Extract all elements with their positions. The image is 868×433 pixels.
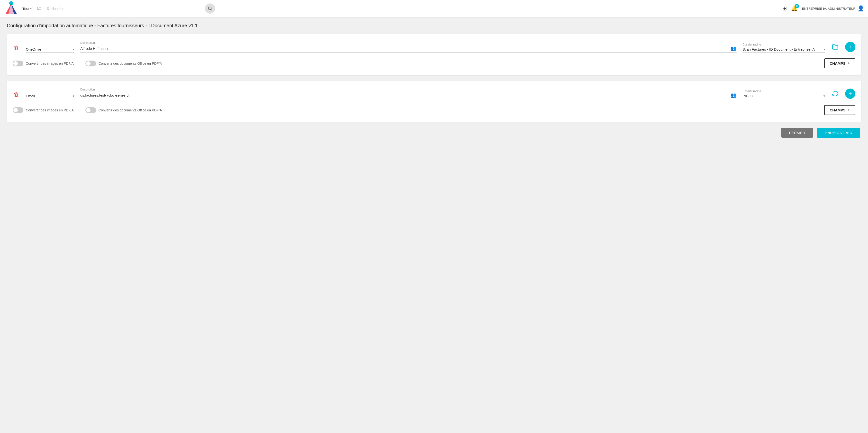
toggle-slider (13, 61, 23, 66)
chevron-down-icon: ▾ (73, 48, 74, 51)
grid-icon[interactable]: ⊞ (782, 5, 787, 12)
toggle-office-switch-1[interactable] (85, 61, 96, 66)
search-area (45, 3, 215, 13)
card1-row1: 🗑 OneDrive ▾ Description Alfredo Hofmann… (13, 41, 855, 53)
refresh-button-2[interactable] (831, 90, 839, 99)
search-icon (208, 6, 212, 11)
search-button[interactable] (205, 3, 215, 13)
source-value-1: OneDrive (26, 47, 72, 51)
fermer-button[interactable]: FERMER (781, 128, 813, 138)
plus-icon: + (847, 61, 850, 66)
dossier-field-1: Dossier racine Scan Factures - ID Docume… (742, 43, 825, 53)
trash-icon: 🗑 (13, 45, 19, 51)
toggle-office-label-2: Convertir des documents Office en PDF/A (98, 108, 162, 112)
description-field-2: Description ds.factures.test@doc-series.… (80, 88, 737, 99)
toggle-office-switch-2[interactable] (85, 107, 96, 113)
chevron-down-icon: ▾ (824, 94, 825, 98)
toggle-images-label-2: Convertir des images en PDF/A (26, 108, 74, 112)
toggle-images-label-1: Convertir des images en PDF/A (26, 62, 74, 65)
dropdown-label: Tout (22, 6, 29, 11)
plus-icon: + (847, 107, 850, 113)
toggle-office-label-1: Convertir des documents Office en PDF/A (98, 62, 162, 65)
toggle-slider (85, 107, 96, 113)
search-input[interactable] (45, 6, 203, 12)
header: Tout ▾ 🗂 ⊞ 🔔 0 ENTREPRISE IA, ADMINISTRA… (0, 0, 868, 17)
toggle-slider (13, 107, 23, 113)
chevron-down-icon: ▾ (73, 94, 74, 98)
toggle-images-switch-2[interactable] (13, 107, 23, 113)
delete-button-2[interactable]: 🗑 (13, 91, 20, 99)
refresh-icon (832, 91, 838, 97)
champs-button-1[interactable]: CHAMPS + (824, 58, 855, 68)
config-card-2: 🗑 Email ▾ Description ds.factures.test@d… (7, 81, 861, 122)
folder-icon: 🗂 (36, 5, 42, 12)
dossier-label-1: Dossier racine (742, 43, 825, 46)
toggle-images-switch-1[interactable] (13, 61, 23, 66)
chevron-down-icon: ▾ (824, 48, 825, 51)
dossier-select-2[interactable]: INBOX ▾ (742, 94, 825, 99)
user-icon: 👤 (858, 5, 864, 12)
source-field-1: OneDrive ▾ (26, 47, 74, 53)
filter-dropdown[interactable]: Tout ▾ (22, 6, 32, 11)
toggle-images-2: Convertir des images en PDF/A (13, 107, 74, 113)
toggle-images-1: Convertir des images en PDF/A (13, 61, 74, 66)
enregistrer-button[interactable]: ENREGISTRER (817, 128, 860, 138)
dossier-value-1: Scan Factures - ID Document - Entreprise… (742, 47, 823, 51)
source-select-2[interactable]: Email ▾ (26, 94, 74, 99)
people-icon-2: 👥 (731, 92, 737, 98)
people-icon-1: 👥 (731, 45, 737, 51)
dossier-value-2: INBOX (742, 94, 823, 98)
svg-line-6 (211, 9, 212, 10)
notification-badge: 0 (795, 4, 799, 8)
add-button-1[interactable]: + (845, 42, 855, 52)
card2-row2: Convertir des images en PDF/A Convertir … (13, 105, 855, 115)
description-input-1[interactable]: Alfredo Hofmann 👥 (80, 45, 737, 53)
notifications[interactable]: 🔔 0 (791, 5, 798, 12)
user-menu[interactable]: ENTREPRISE IA, ADMINISTRATEUR 👤 (802, 5, 864, 12)
page-content: Configuration d'importation automatique … (0, 17, 868, 144)
plus-icon: + (848, 90, 852, 97)
source-field-2: Email ▾ (26, 94, 74, 99)
toggle-slider (85, 61, 96, 66)
logo (4, 1, 19, 16)
footer-buttons: FERMER ENREGISTRER (7, 128, 861, 138)
champs-label-2: CHAMPS (830, 108, 845, 112)
trash-icon: 🗑 (13, 91, 19, 97)
dossier-field-2: Dossier racine INBOX ▾ (742, 90, 825, 99)
toggle-office-2: Convertir des documents Office en PDF/A (85, 107, 162, 113)
description-value-2: ds.factures.test@doc-series.ch (80, 93, 728, 97)
folder-open-icon (832, 44, 838, 50)
delete-button-1[interactable]: 🗑 (13, 44, 20, 52)
champs-button-2[interactable]: CHAMPS + (824, 105, 855, 115)
header-right: ⊞ 🔔 0 ENTREPRISE IA, ADMINISTRATEUR 👤 (782, 5, 864, 12)
dossier-select-1[interactable]: Scan Factures - ID Document - Entreprise… (742, 47, 825, 53)
source-select-1[interactable]: OneDrive ▾ (26, 47, 74, 53)
description-field-1: Description Alfredo Hofmann 👥 (80, 41, 737, 53)
description-input-2[interactable]: ds.factures.test@doc-series.ch 👥 (80, 92, 737, 99)
source-value-2: Email (26, 94, 72, 98)
config-card-1: 🗑 OneDrive ▾ Description Alfredo Hofmann… (7, 34, 861, 75)
description-label-1: Description (80, 41, 737, 44)
card2-row1: 🗑 Email ▾ Description ds.factures.test@d… (13, 88, 855, 99)
page-title: Configuration d'importation automatique … (7, 23, 861, 28)
description-value-1: Alfredo Hofmann (80, 47, 728, 51)
add-button-2[interactable]: + (845, 89, 855, 99)
chevron-down-icon: ▾ (30, 7, 32, 10)
description-label-2: Description (80, 88, 737, 91)
dossier-label-2: Dossier racine (742, 90, 825, 93)
folder-open-button-1[interactable] (831, 43, 839, 53)
champs-label-1: CHAMPS (830, 61, 845, 65)
plus-icon: + (848, 43, 852, 50)
card1-row2: Convertir des images en PDF/A Convertir … (13, 58, 855, 68)
toggle-office-1: Convertir des documents Office en PDF/A (85, 61, 162, 66)
user-name-label: ENTREPRISE IA, ADMINISTRATEUR (802, 7, 856, 10)
